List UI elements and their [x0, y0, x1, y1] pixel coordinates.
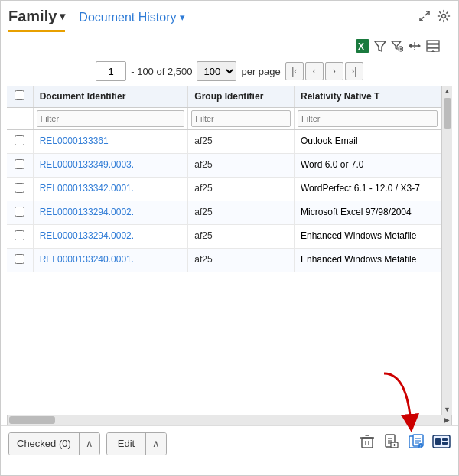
hscroll-thumb[interactable]	[9, 416, 55, 424]
doc-id-link[interactable]: REL0000133240.0001.	[40, 254, 134, 265]
svg-point-2	[442, 15, 446, 18]
svg-marker-18	[431, 51, 435, 52]
bottom-bar: Checked (0) ∧ Edit ∧	[1, 425, 458, 461]
horizontal-scrollbar[interactable]: ▶	[7, 415, 452, 425]
expand-rows-icon[interactable]	[426, 40, 440, 55]
scroll-up-button[interactable]: ▲	[444, 87, 451, 95]
edit-dropdown-button[interactable]: ∧	[146, 433, 166, 455]
row-checkbox[interactable]	[15, 207, 24, 217]
group-id-cell: af25	[188, 201, 295, 225]
doc-filter-input[interactable]	[37, 110, 185, 127]
doc-id-cell: REL0000133294.0002.	[33, 225, 188, 249]
svg-marker-11	[409, 44, 412, 48]
filter-group-cell	[188, 108, 295, 130]
tab-family-label: Family	[8, 8, 57, 25]
tab-doc-history-label: Document History	[79, 11, 176, 24]
group-id-cell: af25	[188, 178, 295, 201]
doc-id-cell: REL0000133342.0001.	[33, 178, 188, 201]
next-page-button[interactable]: ›	[325, 62, 343, 80]
page-input[interactable]: 1	[96, 61, 126, 81]
hscroll-right-arrow[interactable]: ▶	[444, 416, 450, 424]
header: Family ▾ Document History ▾	[1, 1, 458, 34]
table-inner: Document Identifier Group Identifier Rel…	[7, 86, 441, 415]
native-type-cell: Microsoft Excel 97/98/2004	[294, 201, 441, 225]
table-area: Document Identifier Group Identifier Rel…	[7, 86, 452, 415]
header-icons	[418, 9, 451, 30]
prev-page-button[interactable]: ‹	[305, 62, 324, 80]
row-checkbox[interactable]	[15, 135, 24, 145]
svg-marker-6	[392, 41, 401, 49]
tab-doc-history[interactable]: Document History ▾	[79, 11, 184, 29]
group-filter-input[interactable]	[191, 110, 291, 127]
native-type-cell: WordPerfect 6.1 - 12.0 / X3-7	[294, 178, 441, 201]
native-type-header[interactable]: Relativity Native T	[294, 86, 441, 108]
doc-id-link[interactable]: REL0000133294.0002.	[40, 230, 134, 241]
doc-identifier-header[interactable]: Document Identifier	[33, 86, 188, 108]
doc-action-icon-3[interactable]	[432, 433, 451, 454]
checkbox-column-header	[7, 86, 33, 108]
row-checkbox[interactable]	[15, 159, 24, 169]
svg-rect-14	[427, 41, 439, 44]
row-checkbox-cell	[7, 201, 33, 225]
doc-id-link[interactable]: REL0000133361	[40, 135, 109, 146]
pagination-buttons: |‹ ‹ › ›|	[285, 62, 363, 80]
group-id-cell: af25	[188, 130, 295, 154]
filter-settings-icon[interactable]	[391, 40, 403, 55]
row-checkbox-cell	[7, 130, 33, 154]
checked-button-group: Checked (0) ∧	[8, 432, 100, 455]
vertical-scrollbar[interactable]: ▲ ▼	[441, 86, 452, 415]
svg-text:↑: ↑	[420, 444, 422, 448]
pagination-bar: 1 - 100 of 2,500 100 50 200 per page |‹ …	[1, 58, 458, 86]
expand-icon[interactable]	[418, 10, 431, 24]
row-checkbox-cell	[7, 178, 33, 201]
group-identifier-header[interactable]: Group Identifier	[188, 86, 295, 108]
per-page-select[interactable]: 100 50 200	[197, 61, 236, 81]
native-type-cell: Word 6.0 or 7.0	[294, 154, 441, 178]
bottom-action-icons: ↑	[359, 433, 451, 454]
filter-native-cell	[294, 108, 441, 130]
first-page-button[interactable]: |‹	[285, 62, 304, 80]
filter-icon[interactable]	[374, 40, 386, 55]
group-id-cell: af25	[188, 249, 295, 272]
svg-marker-5	[375, 41, 386, 51]
settings-icon[interactable]	[437, 9, 451, 25]
trash-icon[interactable]	[359, 433, 376, 454]
doc-id-cell: REL0000133294.0002.	[33, 201, 188, 225]
table-row: REL0000133240.0001.af25Enhanced Windows …	[7, 249, 441, 272]
table-row: REL0000133361af25Outlook Email	[7, 130, 441, 154]
row-checkbox[interactable]	[15, 183, 24, 193]
table-header-row: Document Identifier Group Identifier Rel…	[7, 86, 441, 108]
doc-id-link[interactable]: REL0000133342.0001.	[40, 183, 134, 194]
checked-dropdown-button[interactable]: ∧	[80, 433, 99, 455]
native-type-cell: Enhanced Windows Metafile	[294, 249, 441, 272]
edit-button-group: Edit ∧	[106, 432, 167, 455]
doc-id-link[interactable]: REL0000133349.0003.	[40, 159, 134, 170]
svg-rect-15	[427, 44, 439, 47]
toolbar: X	[1, 34, 458, 58]
doc-action-icon-1[interactable]	[383, 433, 400, 454]
excel-icon[interactable]: X	[356, 39, 369, 55]
data-table: Document Identifier Group Identifier Rel…	[7, 86, 441, 272]
doc-id-cell: REL0000133349.0003.	[33, 154, 188, 178]
tab-doc-history-dropdown-icon[interactable]: ▾	[180, 11, 185, 23]
last-page-button[interactable]: ›|	[345, 62, 363, 80]
svg-text:X: X	[358, 41, 364, 52]
row-checkbox[interactable]	[15, 254, 24, 264]
resize-columns-icon[interactable]	[408, 40, 422, 55]
filter-row	[7, 108, 441, 130]
row-checkbox-cell	[7, 249, 33, 272]
table-body: REL0000133361af25Outlook EmailREL0000133…	[7, 130, 441, 272]
tab-family-dropdown-icon[interactable]: ▾	[60, 10, 65, 22]
doc-id-cell: REL0000133240.0001.	[33, 249, 188, 272]
doc-action-icon-2[interactable]: ↑	[408, 433, 425, 454]
tab-family[interactable]: Family ▾	[8, 8, 65, 32]
row-checkbox[interactable]	[15, 230, 24, 240]
filter-check-cell	[7, 108, 33, 130]
scroll-down-button[interactable]: ▼	[444, 406, 451, 413]
select-all-checkbox[interactable]	[15, 90, 24, 100]
group-id-cell: af25	[188, 154, 295, 178]
doc-id-link[interactable]: REL0000133294.0002.	[40, 207, 134, 217]
native-filter-input[interactable]	[298, 110, 438, 127]
scroll-thumb[interactable]	[444, 98, 451, 129]
native-type-cell: Outlook Email	[294, 130, 441, 154]
